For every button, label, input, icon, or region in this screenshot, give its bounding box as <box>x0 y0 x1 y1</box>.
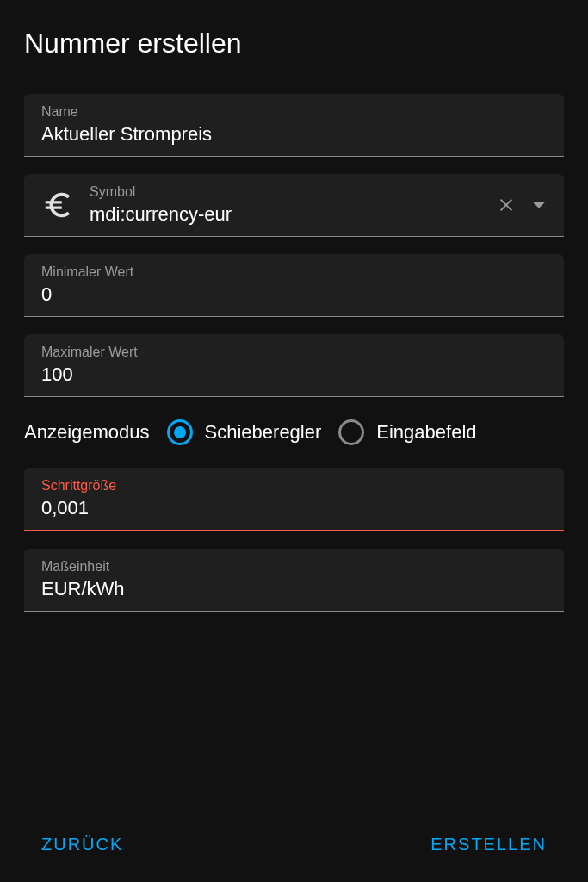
name-input[interactable] <box>41 123 547 146</box>
display-mode-option-slider[interactable]: Schieberegler <box>167 419 322 445</box>
name-label: Name <box>41 104 547 120</box>
step-field[interactable]: Schrittgröße <box>24 468 564 531</box>
min-input[interactable] <box>41 283 547 306</box>
unit-input[interactable] <box>41 578 547 600</box>
max-input[interactable] <box>41 363 547 386</box>
symbol-input[interactable] <box>90 203 481 226</box>
symbol-field[interactable]: Symbol <box>24 174 564 237</box>
dialog-actions: Zurück Erstellen <box>24 814 564 861</box>
unit-label: Maßeinheit <box>41 559 547 575</box>
unit-field[interactable]: Maßeinheit <box>24 549 564 612</box>
step-input[interactable] <box>41 497 547 519</box>
step-label: Schrittgröße <box>41 478 547 494</box>
dialog-title: Nummer erstellen <box>24 28 564 59</box>
radio-slider[interactable] <box>167 419 193 445</box>
min-label: Minimaler Wert <box>41 264 547 280</box>
symbol-actions <box>497 196 547 214</box>
radio-input-label: Eingabefeld <box>376 421 476 444</box>
radio-input[interactable] <box>338 419 364 445</box>
name-field[interactable]: Name <box>24 94 564 157</box>
max-field[interactable]: Maximaler Wert <box>24 334 564 397</box>
display-mode-row: Anzeigemodus Schieberegler Eingabefeld <box>24 414 564 450</box>
back-button[interactable]: Zurück <box>41 835 123 854</box>
chevron-down-icon[interactable] <box>531 200 547 210</box>
symbol-body: Symbol <box>90 184 481 226</box>
create-button[interactable]: Erstellen <box>430 835 547 854</box>
create-number-dialog: Nummer erstellen Name Symbol <box>0 0 588 882</box>
currency-eur-icon <box>41 189 74 221</box>
symbol-label: Symbol <box>90 184 481 200</box>
max-label: Maximaler Wert <box>41 345 547 360</box>
fields-container: Name Symbol Minimaler Wert <box>24 94 564 814</box>
display-mode-label: Anzeigemodus <box>24 421 150 444</box>
display-mode-option-input[interactable]: Eingabefeld <box>338 419 476 445</box>
radio-slider-label: Schieberegler <box>205 421 322 444</box>
min-field[interactable]: Minimaler Wert <box>24 254 564 317</box>
clear-icon[interactable] <box>497 196 516 214</box>
